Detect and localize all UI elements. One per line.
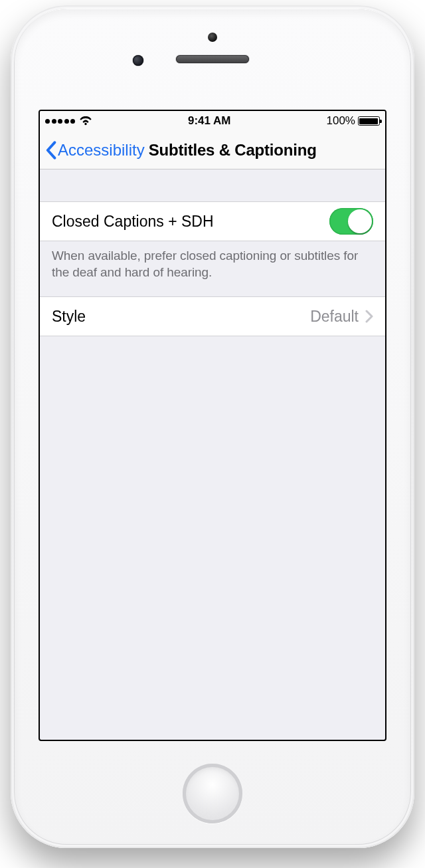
back-button[interactable]: Accessibility xyxy=(45,141,145,160)
chevron-right-icon xyxy=(365,310,373,323)
battery-percent: 100% xyxy=(327,114,355,128)
style-value: Default xyxy=(310,308,359,326)
group-spacer xyxy=(40,169,385,201)
front-camera xyxy=(133,55,143,66)
phone-bezel: 9:41 AM 100% Accessibility Subtitles & C xyxy=(14,9,411,845)
style-label: Style xyxy=(52,308,310,326)
wifi-icon xyxy=(79,116,92,126)
screen: 9:41 AM 100% Accessibility Subtitles & C xyxy=(39,110,386,741)
page-title: Subtitles & Captioning xyxy=(145,141,380,160)
closed-captions-label: Closed Captions + SDH xyxy=(52,213,329,231)
clock: 9:41 AM xyxy=(188,114,231,128)
home-button[interactable] xyxy=(183,764,242,823)
closed-captions-row[interactable]: Closed Captions + SDH xyxy=(40,201,385,241)
battery-icon xyxy=(358,116,380,126)
status-left xyxy=(45,116,92,126)
closed-captions-footer: When available, prefer closed captioning… xyxy=(40,241,385,296)
status-right: 100% xyxy=(327,114,380,128)
toggle-knob xyxy=(348,209,372,233)
closed-captions-toggle[interactable] xyxy=(329,208,373,235)
phone-frame: 9:41 AM 100% Accessibility Subtitles & C xyxy=(11,5,414,848)
earpiece-speaker xyxy=(176,55,249,63)
status-bar: 9:41 AM 100% xyxy=(40,111,385,131)
back-label: Accessibility xyxy=(58,141,145,160)
cell-signal-icon xyxy=(45,119,75,124)
style-row[interactable]: Style Default xyxy=(40,296,385,336)
proximity-sensor xyxy=(208,33,217,42)
navigation-bar: Accessibility Subtitles & Captioning xyxy=(40,131,385,169)
chevron-left-icon xyxy=(45,141,56,160)
